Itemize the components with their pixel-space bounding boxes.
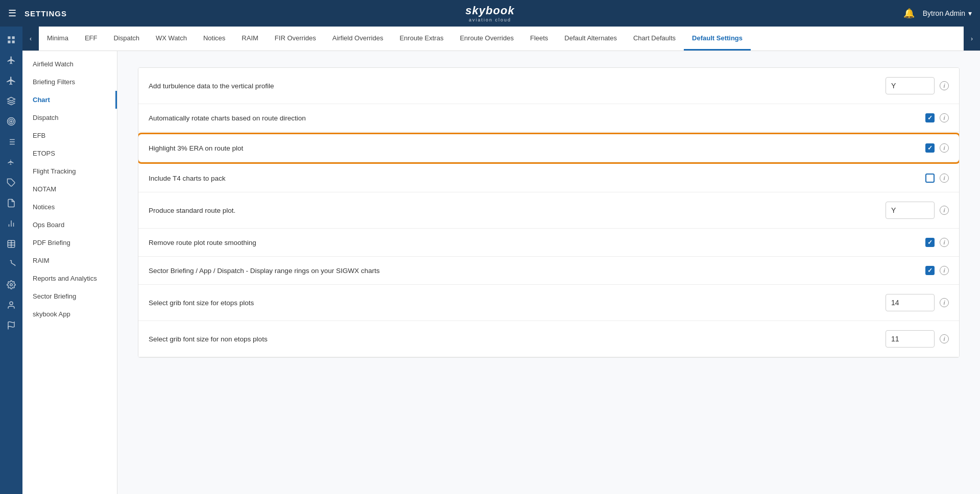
app-title: SETTINGS — [25, 9, 67, 18]
tab-next-button[interactable]: › — [964, 27, 980, 51]
grib-non-etops-info-icon[interactable]: i — [940, 334, 949, 343]
settings-row-t4-charts: Include T4 charts to pack i — [138, 164, 959, 192]
turbulence-label: Add turbulence data to the vertical prof… — [138, 82, 886, 90]
grib-etops-info-icon[interactable]: i — [940, 298, 949, 307]
notification-bell-icon[interactable]: 🔔 — [903, 8, 915, 19]
nav-icon-plane4[interactable] — [2, 255, 20, 274]
main-layout: Airfield Watch Briefing Filters Chart Di… — [22, 51, 980, 494]
nav-icon-gear[interactable] — [2, 276, 20, 294]
turbulence-input[interactable] — [886, 77, 935, 94]
route-smoothing-checkbox[interactable] — [925, 238, 935, 247]
tab-minima[interactable]: Minima — [39, 27, 77, 51]
settings-row-route-smoothing: Remove route plot route smoothing i — [138, 229, 959, 257]
tab-chart-defaults[interactable]: Chart Defaults — [625, 27, 684, 51]
settings-row-rotate-charts: Automatically rotate charts based on rou… — [138, 104, 959, 132]
content-area: Add turbulence data to the vertical prof… — [117, 51, 980, 494]
svg-marker-4 — [8, 97, 15, 102]
standard-route-info-icon[interactable]: i — [940, 206, 949, 215]
tab-dispatch[interactable]: Dispatch — [105, 27, 148, 51]
tab-default-alternates[interactable]: Default Alternates — [556, 27, 625, 51]
tab-airfield-overrides[interactable]: Airfield Overrides — [324, 27, 392, 51]
nav-icon-chart[interactable] — [2, 214, 20, 233]
nav-icon-table[interactable] — [2, 235, 20, 253]
tab-notices[interactable]: Notices — [195, 27, 233, 51]
sidebar-item-flight-tracking[interactable]: Flight Tracking — [22, 162, 117, 180]
nav-icon-target[interactable] — [2, 112, 20, 131]
tab-prev-button[interactable]: ‹ — [22, 27, 39, 51]
tab-eff[interactable]: EFF — [77, 27, 106, 51]
settings-row-grib-non-etops: Select grib font size for non etops plot… — [138, 321, 959, 357]
settings-sidebar: Airfield Watch Briefing Filters Chart Di… — [22, 51, 117, 494]
sidebar-item-pdf-briefing[interactable]: PDF Briefing — [22, 234, 117, 252]
svg-rect-2 — [8, 41, 10, 43]
settings-row-grib-etops: Select grib font size for etops plots i — [138, 285, 959, 321]
svg-rect-1 — [12, 36, 15, 39]
nav-icon-list[interactable] — [2, 133, 20, 151]
sidebar-item-notices[interactable]: Notices — [22, 198, 117, 216]
nav-icon-layers[interactable] — [2, 92, 20, 110]
grib-etops-control: i — [886, 294, 959, 311]
nav-icon-plane[interactable] — [2, 51, 20, 69]
highlight-era-info-icon[interactable]: i — [940, 143, 949, 153]
nav-icon-grid[interactable] — [2, 31, 20, 49]
menu-icon[interactable]: ☰ — [8, 8, 16, 19]
sidebar-item-reports-analytics[interactable]: Reports and Analytics — [22, 269, 117, 287]
range-rings-label: Sector Briefing / App / Dispatch - Displ… — [138, 267, 925, 275]
nav-icon-doc[interactable] — [2, 194, 20, 212]
sidebar-item-notam[interactable]: NOTAM — [22, 180, 117, 198]
tab-fleets[interactable]: Fleets — [522, 27, 556, 51]
sidebar-item-briefing-filters[interactable]: Briefing Filters — [22, 73, 117, 91]
svg-point-6 — [9, 119, 14, 124]
nav-icon-plane3[interactable] — [2, 153, 20, 171]
sidebar-item-efb[interactable]: EFB — [22, 127, 117, 144]
turbulence-info-icon[interactable]: i — [940, 81, 949, 90]
nav-icon-person[interactable] — [2, 296, 20, 314]
range-rings-info-icon[interactable]: i — [940, 266, 949, 275]
sidebar-item-raim[interactable]: RAIM — [22, 252, 117, 269]
settings-row-standard-route: Produce standard route plot. i — [138, 192, 959, 229]
tab-raim[interactable]: RAIM — [233, 27, 267, 51]
t4-charts-checkbox[interactable] — [925, 174, 935, 183]
sidebar-item-sector-briefing[interactable]: Sector Briefing — [22, 287, 117, 305]
chevron-down-icon: ▾ — [968, 9, 972, 17]
route-smoothing-info-icon[interactable]: i — [940, 238, 949, 247]
sidebar-item-ops-board[interactable]: Ops Board — [22, 216, 117, 234]
user-name: Bytron Admin — [923, 9, 965, 17]
tab-enroute-extras[interactable]: Enroute Extras — [391, 27, 451, 51]
route-smoothing-control: i — [925, 238, 959, 247]
sidebar-item-etops[interactable]: ETOPS — [22, 144, 117, 162]
tab-default-settings[interactable]: Default Settings — [684, 27, 751, 51]
tab-wx-watch[interactable]: WX Watch — [148, 27, 195, 51]
sidebar-item-airfield-watch[interactable]: Airfield Watch — [22, 55, 117, 73]
user-menu-button[interactable]: Bytron Admin ▾ — [923, 9, 972, 17]
t4-charts-label: Include T4 charts to pack — [138, 175, 925, 182]
rotate-charts-info-icon[interactable]: i — [940, 113, 949, 122]
svg-rect-0 — [8, 36, 10, 39]
tab-fir-overrides[interactable]: FIR Overrides — [267, 27, 324, 51]
tab-bar: ‹ Minima EFF Dispatch WX Watch Notices R… — [22, 27, 980, 51]
grib-etops-label: Select grib font size for etops plots — [138, 299, 886, 307]
rotate-charts-checkbox[interactable] — [925, 113, 935, 122]
standard-route-input[interactable] — [886, 202, 935, 219]
tab-list: Minima EFF Dispatch WX Watch Notices RAI… — [39, 27, 964, 51]
nav-icon-flag[interactable] — [2, 316, 20, 335]
tab-enroute-overrides[interactable]: Enroute Overrides — [451, 27, 522, 51]
grib-non-etops-input[interactable] — [886, 330, 935, 348]
t4-charts-info-icon[interactable]: i — [940, 174, 949, 183]
grib-non-etops-control: i — [886, 330, 959, 348]
turbulence-control: i — [886, 77, 959, 94]
svg-point-22 — [10, 284, 13, 286]
top-navbar: ☰ SETTINGS skybook aviation cloud 🔔 Bytr… — [0, 0, 980, 27]
header-right: 🔔 Bytron Admin ▾ — [903, 8, 972, 19]
highlight-era-checkbox[interactable] — [925, 143, 935, 153]
sidebar-item-dispatch[interactable]: Dispatch — [22, 109, 117, 127]
grib-etops-input[interactable] — [886, 294, 935, 311]
nav-icon-tag[interactable] — [2, 174, 20, 192]
route-smoothing-label: Remove route plot route smoothing — [138, 239, 925, 246]
range-rings-checkbox[interactable] — [925, 266, 935, 275]
sidebar-item-chart[interactable]: Chart — [22, 91, 117, 109]
standard-route-label: Produce standard route plot. — [138, 207, 886, 214]
nav-icon-plane2[interactable] — [2, 71, 20, 90]
standard-route-control: i — [886, 202, 959, 219]
sidebar-item-skybook-app[interactable]: skybook App — [22, 305, 117, 323]
